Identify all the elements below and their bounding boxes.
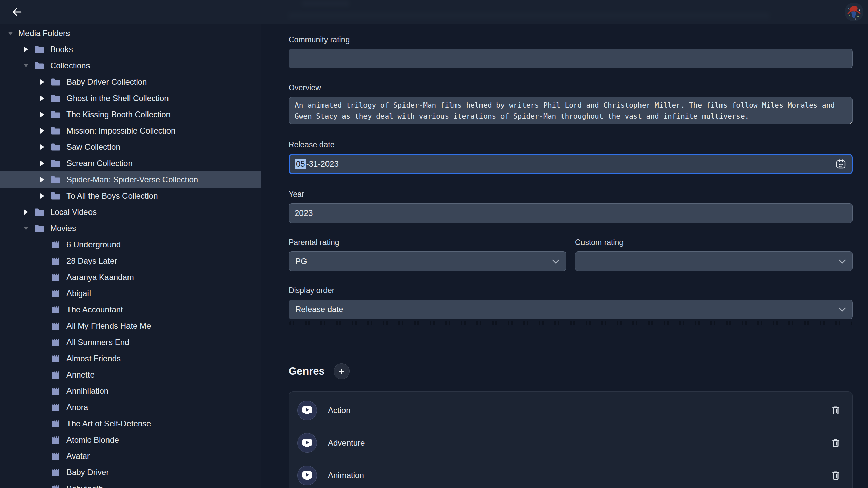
- tree-item[interactable]: Annette: [0, 367, 261, 383]
- date-selected-segment: 05: [295, 159, 306, 169]
- expander-icon[interactable]: [38, 177, 47, 182]
- add-genre-button[interactable]: +: [334, 363, 350, 379]
- release-date-input[interactable]: 05 -31-2023: [289, 154, 853, 174]
- community-rating-input[interactable]: [289, 49, 853, 68]
- tree-item[interactable]: Media Folders: [0, 25, 261, 41]
- tree-item-label: Avatar: [66, 451, 90, 461]
- tree-item-label: Local Videos: [50, 207, 97, 217]
- tree-item-label: The Art of Self-Defense: [66, 419, 151, 428]
- tree-item[interactable]: Aaranya Kaandam: [0, 269, 261, 285]
- tree-item[interactable]: Books: [0, 41, 261, 58]
- tree-item[interactable]: Baby Driver Collection: [0, 74, 261, 90]
- tree-item[interactable]: Almost Friends: [0, 350, 261, 367]
- folder-icon: [50, 126, 61, 135]
- custom-rating-select[interactable]: [575, 251, 853, 271]
- tree-item[interactable]: To All the Boys Collection: [0, 188, 261, 204]
- expander-icon[interactable]: [22, 209, 31, 215]
- tree-item-label: The Kissing Booth Collection: [66, 110, 171, 119]
- expander-icon[interactable]: [22, 64, 31, 67]
- expander-icon[interactable]: [38, 161, 47, 166]
- expander-icon[interactable]: [38, 144, 47, 150]
- triangle-right-icon: [40, 177, 44, 182]
- tree-item[interactable]: Mission: Impossible Collection: [0, 123, 261, 139]
- expander-icon[interactable]: [38, 96, 47, 101]
- ratings-row: Parental rating PG Custom rating: [289, 238, 853, 271]
- genre-avatar: [297, 466, 317, 485]
- avatar-image: [845, 3, 863, 21]
- parental-rating-value: PG: [295, 257, 307, 266]
- chevron-down-icon: [552, 259, 559, 264]
- calendar-icon: [835, 159, 846, 169]
- tree-item[interactable]: Avatar: [0, 448, 261, 464]
- tree-item[interactable]: Babyteeth: [0, 481, 261, 488]
- year-input[interactable]: [289, 203, 853, 223]
- expander-icon[interactable]: [38, 128, 47, 134]
- genres-heading: Genres: [289, 365, 325, 378]
- video-play-icon: [302, 439, 313, 447]
- tree-item[interactable]: Annihilation: [0, 383, 261, 399]
- tree-item[interactable]: 6 Underground: [0, 237, 261, 253]
- community-rating-group: Community rating: [289, 35, 853, 68]
- tree-item-label: Mission: Impossible Collection: [66, 126, 175, 136]
- tree-item[interactable]: Abigail: [0, 285, 261, 302]
- custom-rating-group: Custom rating: [575, 238, 853, 271]
- movie-icon: [50, 321, 61, 331]
- tree-item-label: Collections: [50, 61, 90, 70]
- tree-item[interactable]: Atomic Blonde: [0, 432, 261, 448]
- tree-item[interactable]: All My Friends Hate Me: [0, 318, 261, 334]
- tree-item[interactable]: The Kissing Booth Collection: [0, 106, 261, 123]
- overview-textarea[interactable]: An animated trilogy of Spider-Man films …: [289, 97, 853, 124]
- date-rest: -31-2023: [306, 159, 339, 169]
- tree-item[interactable]: Spider-Man: Spider-Verse Collection: [0, 171, 261, 188]
- triangle-down-icon: [8, 32, 13, 35]
- expander-icon[interactable]: [22, 47, 31, 52]
- expander-icon[interactable]: [38, 193, 47, 199]
- tree-item[interactable]: Movies: [0, 220, 261, 237]
- expander-icon[interactable]: [38, 112, 47, 117]
- tree-item[interactable]: Ghost in the Shell Collection: [0, 90, 261, 106]
- media-folder-tree: Media Folders Books: [0, 24, 261, 488]
- tree-item[interactable]: 28 Days Later: [0, 253, 261, 269]
- tree-item[interactable]: Anora: [0, 399, 261, 415]
- delete-genre-button[interactable]: [832, 438, 840, 448]
- folder-icon: [34, 45, 45, 54]
- display-order-label: Display order: [289, 286, 853, 295]
- parental-rating-select[interactable]: PG: [289, 251, 566, 271]
- calendar-picker-button[interactable]: [835, 159, 846, 169]
- delete-genre-button[interactable]: [832, 471, 840, 480]
- folder-icon: [50, 175, 61, 184]
- tree-item-label: Annette: [66, 370, 95, 380]
- tree-item[interactable]: Baby Driver: [0, 464, 261, 481]
- user-avatar[interactable]: [845, 3, 863, 21]
- tree-item[interactable]: Scream Collection: [0, 155, 261, 171]
- folder-icon: [50, 78, 61, 86]
- expander-icon[interactable]: [38, 79, 47, 85]
- tree-item[interactable]: All Summers End: [0, 334, 261, 350]
- triangle-down-icon: [24, 64, 28, 67]
- expander-icon[interactable]: [6, 32, 15, 35]
- folder-icon: [50, 191, 61, 200]
- tree-item-label: The Accountant: [66, 305, 123, 314]
- back-button[interactable]: [9, 4, 25, 20]
- movie-icon: [50, 272, 61, 282]
- tree-item-label: To All the Boys Collection: [66, 191, 158, 201]
- display-order-group: Display order Release date: [289, 286, 853, 319]
- tree-item-label: Books: [50, 45, 73, 54]
- tree-item-label: Media Folders: [18, 28, 70, 38]
- delete-genre-button[interactable]: [832, 406, 840, 415]
- top-header: [0, 0, 868, 24]
- tree-item[interactable]: Local Videos: [0, 204, 261, 220]
- expander-icon[interactable]: [22, 227, 31, 230]
- tree-item[interactable]: The Accountant: [0, 302, 261, 318]
- tree-item-label: Aaranya Kaandam: [66, 272, 134, 282]
- display-order-select[interactable]: Release date: [289, 300, 853, 319]
- tree-item[interactable]: The Art of Self-Defense: [0, 415, 261, 432]
- tree-item[interactable]: Collections: [0, 58, 261, 74]
- tree-item[interactable]: Saw Collection: [0, 139, 261, 155]
- movie-icon: [50, 402, 61, 412]
- tree-item-label: Abigail: [66, 289, 91, 298]
- triangle-right-icon: [40, 161, 44, 166]
- tree-item-label: All Summers End: [66, 338, 129, 347]
- folder-icon: [34, 208, 45, 217]
- folder-icon: [50, 110, 61, 119]
